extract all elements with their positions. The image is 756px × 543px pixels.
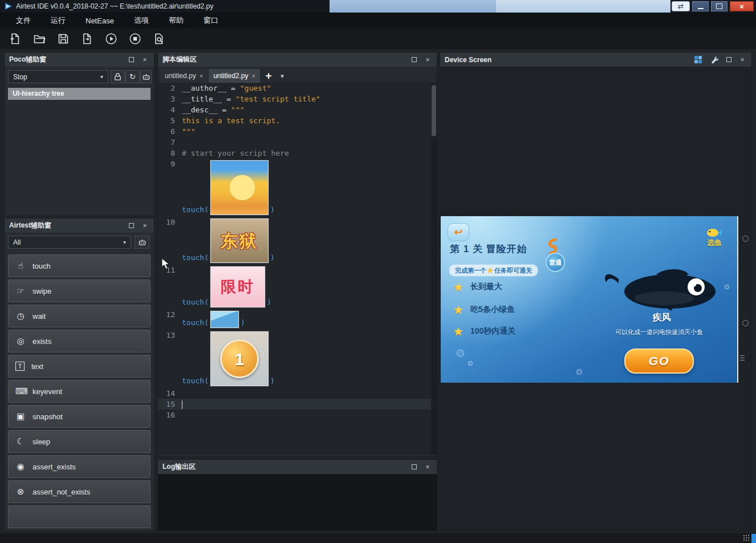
scrollbar-thumb[interactable] bbox=[432, 85, 436, 136]
go-button[interactable]: GO bbox=[624, 349, 694, 374]
editor-line: 16 bbox=[158, 410, 437, 420]
action-touch[interactable]: ☝ touch bbox=[8, 254, 151, 277]
action-wait[interactable]: ◷ wait bbox=[8, 305, 151, 327]
close-panel-button[interactable]: × bbox=[423, 463, 432, 472]
device-panel-title: Device Screen bbox=[445, 56, 491, 64]
select-fish-button[interactable]: 选鱼 bbox=[698, 228, 730, 248]
tab-untitled-py[interactable]: untitled.py × bbox=[160, 69, 208, 83]
poco-mode-select[interactable]: Stop ▾ bbox=[8, 70, 108, 83]
level-title: 第 1 关 冒险开始 bbox=[450, 242, 527, 256]
app-logo-icon bbox=[5, 2, 13, 10]
close-panel-button[interactable]: × bbox=[423, 55, 432, 64]
bubble bbox=[576, 369, 582, 375]
touch-target-image-limited-time[interactable]: 限时 bbox=[210, 266, 265, 307]
text-icon: T bbox=[15, 362, 25, 371]
touch-target-image-sky[interactable] bbox=[210, 311, 239, 328]
action-assert-exists[interactable]: ◉ assert_exists bbox=[8, 455, 151, 478]
action-keyevent[interactable]: ⌨ keyevent bbox=[8, 380, 151, 403]
find-button[interactable] bbox=[149, 30, 169, 47]
close-window-button[interactable]: × bbox=[730, 1, 754, 11]
assert-exists-icon: ◉ bbox=[15, 461, 26, 472]
action-swipe[interactable]: ☞ swipe bbox=[8, 279, 151, 302]
editor-line: 6 """ bbox=[158, 126, 437, 137]
close-panel-button[interactable]: × bbox=[140, 55, 149, 64]
back-arrow-icon: ↩ bbox=[454, 226, 462, 238]
float-icon bbox=[412, 464, 417, 469]
device-tools-button[interactable] bbox=[708, 55, 720, 65]
inspector-button[interactable] bbox=[140, 70, 152, 83]
refresh-button[interactable]: ↻ bbox=[125, 70, 140, 83]
splitter-grip[interactable] bbox=[740, 355, 745, 362]
touch-target-image-medal-1[interactable]: 1 bbox=[210, 331, 269, 386]
camera-icon: ▣ bbox=[15, 411, 26, 422]
new-tab-button[interactable]: + bbox=[261, 69, 276, 83]
star-icon: ★ bbox=[453, 325, 464, 338]
float-panel-button[interactable] bbox=[127, 221, 136, 230]
touch-target-image-dongyu[interactable]: 东狱 bbox=[210, 218, 269, 263]
action-item-clipped[interactable] bbox=[8, 505, 151, 528]
lock-icon bbox=[113, 72, 122, 81]
float-panel-button[interactable] bbox=[409, 463, 418, 472]
run-button[interactable] bbox=[101, 30, 121, 47]
swap-button[interactable]: ⇄ bbox=[672, 1, 690, 11]
editor-line-touch-1: 9 touch() bbox=[158, 159, 437, 217]
editor-scrollbar[interactable] bbox=[431, 83, 437, 455]
fish-description: 可以化成一道闪电快速消灭小鱼 bbox=[583, 328, 735, 337]
resize-grip[interactable] bbox=[743, 534, 750, 541]
airtest-filter-select[interactable]: All ▾ bbox=[8, 236, 131, 249]
menu-netease[interactable]: NetEase bbox=[79, 17, 127, 25]
editor-line: 2 __author__ = "guest" bbox=[158, 83, 437, 94]
toolbar bbox=[0, 29, 756, 49]
game-back-button[interactable]: ↩ bbox=[448, 223, 469, 241]
tab-untitled2-py[interactable]: untitled2.py × bbox=[209, 69, 260, 83]
minimize-button[interactable] bbox=[692, 1, 709, 11]
screen-layout-button[interactable] bbox=[692, 55, 704, 65]
code-editor[interactable]: 2 __author__ = "guest" 3 __title__ = "te… bbox=[158, 83, 437, 455]
device-game-screenshot[interactable]: ↩ 第 1 关 冒险开始 普通 完成第一个 ★ 任务即可通关 ★ 长到最大 ★ bbox=[441, 216, 738, 383]
stop-button[interactable] bbox=[125, 30, 145, 47]
save-button[interactable] bbox=[54, 30, 73, 47]
float-icon bbox=[726, 57, 731, 62]
menu-help[interactable]: 帮助 bbox=[162, 15, 197, 26]
editor-line: 5 this is a test script. bbox=[158, 115, 437, 126]
float-panel-button[interactable] bbox=[409, 55, 418, 64]
action-snapshot[interactable]: ▣ snapshot bbox=[8, 405, 151, 428]
touch-target-image-goldfish[interactable] bbox=[210, 160, 269, 215]
action-sleep[interactable]: ☾ sleep bbox=[8, 430, 151, 453]
difficulty-badge: 普通 bbox=[546, 253, 565, 272]
poco-panel-header: Poco辅助窗 × bbox=[5, 52, 154, 67]
maximize-button[interactable] bbox=[711, 1, 727, 11]
menu-window[interactable]: 窗口 bbox=[197, 15, 231, 26]
close-tab-icon[interactable]: × bbox=[252, 72, 255, 79]
float-panel-button[interactable] bbox=[724, 55, 733, 64]
action-assert-not-exists[interactable]: ⊗ assert_not_exists bbox=[8, 480, 151, 503]
save-as-button[interactable] bbox=[78, 30, 97, 47]
tab-list-dropdown[interactable]: ▾ bbox=[277, 69, 287, 83]
keyboard-icon: ⌨ bbox=[15, 386, 26, 396]
float-panel-button[interactable] bbox=[127, 55, 136, 64]
editor-line-touch-2: 10 touch(东狱) bbox=[158, 217, 437, 265]
action-text[interactable]: T text bbox=[8, 355, 151, 378]
close-icon: × bbox=[143, 56, 147, 64]
panel-scroll-dot[interactable] bbox=[742, 320, 749, 326]
device-panel-header: Device Screen × bbox=[440, 52, 751, 67]
close-panel-button[interactable]: × bbox=[738, 55, 747, 64]
fish-icon bbox=[706, 228, 722, 238]
editor-line-touch-3: 11 touch(限时) bbox=[158, 265, 437, 309]
panel-scroll-dot[interactable] bbox=[742, 236, 749, 242]
action-exists[interactable]: ◎ exists bbox=[8, 330, 151, 352]
editor-line: 7 bbox=[158, 137, 437, 148]
new-script-button[interactable] bbox=[6, 30, 25, 47]
close-tab-icon[interactable]: × bbox=[200, 72, 203, 79]
open-script-button[interactable] bbox=[30, 30, 49, 47]
menu-file[interactable]: 文件 bbox=[9, 15, 44, 26]
menu-options[interactable]: 选项 bbox=[127, 15, 162, 26]
lock-button[interactable] bbox=[111, 70, 125, 83]
airtest-device-button[interactable] bbox=[135, 236, 149, 249]
menu-run[interactable]: 运行 bbox=[44, 15, 79, 26]
sleep-moon-icon: ☾ bbox=[15, 436, 26, 447]
maximize-icon bbox=[716, 3, 722, 9]
touch-hand-icon: ☝ bbox=[15, 261, 26, 271]
objective-item: ★ 长到最大 bbox=[453, 280, 502, 294]
close-panel-button[interactable]: × bbox=[140, 221, 149, 230]
